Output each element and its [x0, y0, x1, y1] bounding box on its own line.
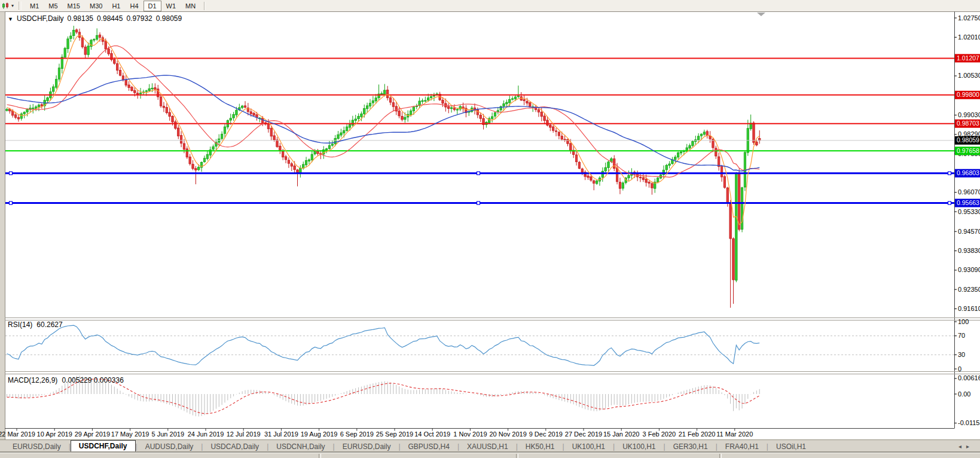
chart-canvas[interactable]: 1.027501.020101.005300.990300.982900.975… — [0, 0, 980, 458]
chart-tab-AUDUSD-Daily[interactable]: AUDUSD,Daily — [138, 441, 202, 452]
tab-scroll-left-icon[interactable]: ◂ — [958, 443, 966, 450]
status-pane-divider — [719, 454, 722, 458]
chart-tab-GBPUSD-H4[interactable]: GBPUSD,H4 — [401, 441, 457, 452]
rsi-layer — [5, 325, 954, 365]
rsi-header: RSI(14)60.2627 — [8, 320, 67, 329]
candles-layer — [5, 26, 954, 308]
ohlc-low: 0.97932 — [126, 14, 152, 23]
ohlc-open: 0.98135 — [68, 14, 93, 23]
symbol-dropdown-icon[interactable]: ▼ — [8, 16, 13, 22]
chart-symbol-label: USDCHF,Daily — [17, 14, 64, 23]
time-axis[interactable] — [5, 429, 954, 439]
ma-20-line — [7, 46, 760, 178]
chart-title: ▼USDCHF,Daily0.981350.984450.979320.9805… — [8, 14, 185, 23]
chart-tab-XAUUSD-H1[interactable]: XAUUSD,H1 — [459, 441, 516, 452]
chart-tab-USOil-H1[interactable]: USOil,H1 — [768, 441, 814, 452]
chart-tab-FRA40-H1[interactable]: FRA40,H1 — [718, 441, 767, 452]
chart-tab-UK100-H1[interactable]: UK100,H1 — [564, 441, 613, 452]
ohlc-close: 0.98059 — [156, 14, 182, 23]
rsi-name: RSI(14) — [8, 320, 32, 329]
macd-name: MACD(12,26,9) — [8, 376, 57, 384]
chart-tab-GER30-H1[interactable]: GER30,H1 — [665, 441, 716, 452]
price-axis[interactable] — [955, 11, 980, 428]
chart-tab-EURUSD-Daily[interactable]: EURUSD,Daily — [5, 441, 69, 452]
status-bar — [0, 453, 980, 458]
macd-value: 0.005229 0.000336 — [62, 376, 123, 384]
macd-header: MACD(12,26,9)0.005229 0.000336 — [8, 376, 128, 384]
chart-tab-USDCHF-Daily[interactable]: USDCHF,Daily — [71, 440, 136, 453]
ma-5-line — [7, 35, 760, 225]
shift-marker-icon — [757, 13, 765, 16]
status-pane-divider — [319, 454, 321, 458]
status-pane-divider — [516, 454, 518, 458]
chart-tab-EURUSD-Daily[interactable]: EURUSD,Daily — [335, 441, 399, 452]
rsi-value: 60.2627 — [36, 320, 62, 329]
chart-tabs-bar: EURUSD,Daily|USDCHF,Daily|AUDUSD,Daily|U… — [0, 439, 980, 453]
ohlc-high: 0.98445 — [97, 14, 123, 23]
rsi-line — [7, 325, 760, 365]
chart-tab-HK50-H1[interactable]: HK50,H1 — [518, 441, 563, 452]
tab-scroll-right-icon[interactable]: ▸ — [966, 443, 974, 450]
chart-tab-USDCNH-Daily[interactable]: USDCNH,Daily — [268, 441, 332, 452]
chart-tab-UK100-H1[interactable]: UK100,H1 — [615, 441, 663, 452]
chart-tab-USDCAD-Daily[interactable]: USDCAD,Daily — [203, 441, 267, 452]
